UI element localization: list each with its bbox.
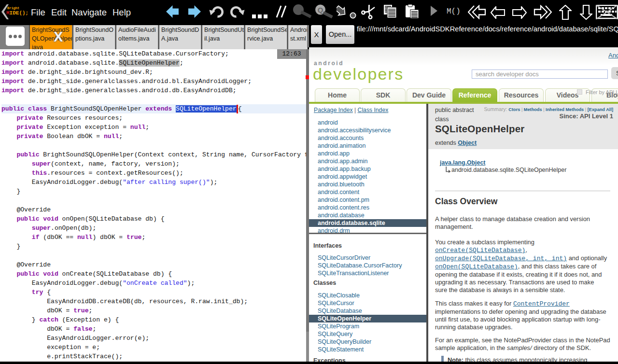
svg-text:Q: Q (318, 6, 323, 14)
